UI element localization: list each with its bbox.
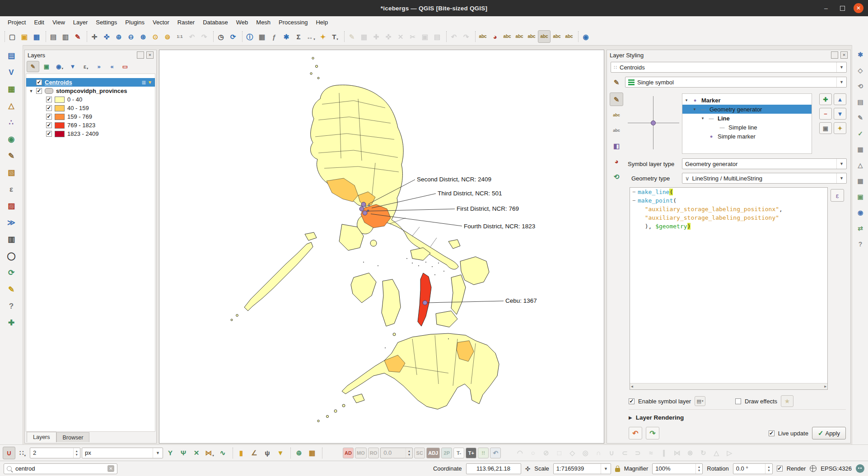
undo-badge[interactable]: ↶ — [490, 448, 501, 458]
labels-tab-icon[interactable]: abc — [610, 109, 623, 121]
search-input[interactable] — [14, 465, 105, 472]
metasearch-icon[interactable]: ◉ ▾ — [580, 31, 592, 42]
geometry-type-combo[interactable]: ∨ LineString / MultiLineString ▼ — [682, 173, 847, 184]
collapse-expander-icon[interactable]: ▼ — [29, 89, 33, 93]
scroll-left-icon[interactable]: ◀ — [631, 384, 633, 388]
expression-builder-button[interactable]: ε — [831, 189, 844, 202]
duplicate-symbol-layer-icon[interactable]: ▣ — [819, 122, 832, 134]
spinner-arrows-icon[interactable]: ▲▼ — [73, 448, 80, 458]
symbol-tree-row[interactable]: ▾ — Line — [682, 114, 812, 123]
rotation-spinner[interactable]: 0.0 ° ▲▼ — [733, 463, 773, 474]
close-panel-icon[interactable]: ✕ — [840, 51, 848, 59]
offset-curve-icon[interactable]: ∥ — [658, 447, 670, 459]
topology-checker-icon[interactable]: ▦ — [854, 143, 866, 155]
identify-features-icon[interactable]: ⓘ ▾ — [244, 31, 256, 42]
field-calculator-icon[interactable]: ƒ ▾ — [268, 31, 280, 42]
coordinate-field[interactable]: 113.96,21.18 — [466, 463, 521, 474]
symbology-tab-icon[interactable]: ✎ — [610, 92, 623, 106]
add-group-icon[interactable]: ▣ ▾ — [41, 61, 52, 72]
t-minus-badge[interactable]: T- — [453, 448, 464, 458]
close-button[interactable]: ✕ — [854, 3, 863, 13]
lock-scale-icon[interactable] — [615, 468, 620, 472]
diagrams-tab-icon[interactable]: ◕ — [610, 155, 623, 167]
tracing-icon[interactable]: ∿ ▾ — [217, 447, 229, 459]
add-part-icon[interactable]: ∪ — [606, 447, 617, 459]
open-layer-styling-panel-icon[interactable]: ✎ ▾ — [27, 61, 39, 72]
menu-item[interactable]: Project — [4, 17, 30, 27]
menu-item[interactable]: Plugins — [121, 17, 149, 27]
maximize-button[interactable] — [837, 3, 847, 13]
callouts-tab-icon[interactable]: abc — [610, 124, 623, 137]
geometry-checker-icon[interactable]: ✓ — [854, 128, 866, 139]
layer-labeling-icon[interactable]: abc ▾ — [477, 31, 489, 42]
menu-item[interactable]: Help — [312, 17, 332, 27]
filter-by-expression-icon[interactable]: ε ▾ — [80, 61, 92, 72]
zoom-overview-icon[interactable]: ⊕ ▾ — [293, 447, 305, 459]
symbol-tree-row[interactable]: ▾ ● Marker — [682, 96, 812, 105]
crs-value[interactable]: EPSG:4326 — [821, 465, 852, 472]
spinner-arrows-icon[interactable]: ▲▼ — [695, 464, 702, 474]
processing-toolbox-icon[interactable]: ✱ — [854, 49, 866, 60]
processing-history-icon[interactable]: ⟲ — [854, 80, 866, 92]
mesh-calculator-icon[interactable]: △ — [854, 159, 866, 171]
legend-class-row[interactable]: 40 - 159 — [26, 104, 155, 112]
symbol-tree-row[interactable]: ▾ — Geometry generator — [682, 105, 812, 114]
measure-line-icon[interactable]: ↔ ▾ — [305, 31, 317, 42]
add-wms-layer-icon[interactable]: ◉ — [5, 132, 18, 146]
style-redo-button[interactable]: ↷ — [646, 427, 659, 439]
legend-class-row[interactable]: 159 - 769 — [26, 112, 155, 121]
pin-labels-icon[interactable]: abc ▾ — [501, 31, 513, 42]
collapse-all-icon[interactable]: « ▾ — [106, 61, 118, 72]
renderer-combo[interactable]: Single symbol ▼ — [625, 77, 847, 88]
add-rectangle-icon[interactable]: □ — [553, 447, 565, 459]
move-symbol-layer-down-icon[interactable]: ▼ — [834, 108, 846, 120]
menu-item[interactable]: Web — [232, 17, 252, 27]
results-viewer-icon[interactable]: ▤ — [854, 96, 866, 108]
reshape-icon[interactable]: ≈ — [645, 447, 657, 459]
construction-guides-icon[interactable]: ∠ ▾ — [248, 447, 260, 459]
edit-in-place-icon[interactable]: ✎ — [854, 112, 866, 124]
snapping-units-combo[interactable]: px ▼ — [82, 448, 163, 458]
zoom-to-selection-icon[interactable]: ⊙ ▾ — [149, 31, 161, 42]
paste-features-icon[interactable]: ▤ ▾ — [431, 31, 443, 42]
vertex-tool-icon[interactable]: ✜ ▾ — [383, 31, 394, 42]
fill-ring-icon[interactable]: ◎ — [579, 447, 591, 459]
trim-extend-icon[interactable]: ▷ — [723, 447, 735, 459]
add-symbol-layer-icon[interactable]: ✚ — [819, 93, 832, 105]
legend-class-row[interactable]: 769 - 1823 — [26, 121, 155, 129]
delete-ring-icon[interactable]: ⊂ — [619, 447, 630, 459]
remove-layer-icon[interactable]: ▭ ▾ — [119, 61, 131, 72]
class-visibility-checkbox[interactable] — [46, 114, 52, 120]
self-snapping-icon[interactable]: ✕ ▾ — [191, 447, 202, 459]
help-contents-icon[interactable]: ? — [854, 238, 866, 250]
layer-visibility-checkbox[interactable] — [36, 88, 42, 94]
draw-effects-checkbox[interactable] — [735, 398, 741, 404]
layer-diagram-icon[interactable]: ◕ ▾ — [489, 31, 501, 42]
snapping-tolerance-spinner[interactable]: 2 ▲▼ — [30, 448, 80, 458]
annotation-pen-icon[interactable]: ✎ — [5, 282, 18, 296]
apply-button[interactable]: ✓ Apply — [812, 427, 846, 439]
refresh-map-icon[interactable]: ⟳ ▾ — [227, 31, 239, 42]
undock-panel-icon[interactable] — [137, 51, 144, 59]
circular-string-icon[interactable]: ◠ — [514, 447, 526, 459]
warning-badge[interactable]: !! — [478, 448, 489, 458]
delete-part-icon[interactable]: ⊃ — [632, 447, 644, 459]
two-point-badge[interactable]: 2P — [441, 448, 452, 458]
menu-item[interactable]: Vector — [149, 17, 173, 27]
zoom-full-icon[interactable]: ⊛ ▾ — [137, 31, 149, 42]
history-tab-icon[interactable]: ⟲ — [610, 170, 623, 183]
menu-item[interactable]: Processing — [275, 17, 312, 27]
menu-item[interactable]: Settings — [92, 17, 121, 27]
move-label-icon[interactable]: abc ▾ — [538, 30, 551, 43]
scale-badge[interactable]: SC — [414, 448, 425, 458]
menu-item[interactable]: View — [48, 17, 69, 27]
clear-search-icon[interactable]: ✕ — [107, 465, 114, 472]
add-vector-layer-icon[interactable]: V — [5, 65, 18, 79]
live-update-checkbox[interactable] — [769, 430, 775, 436]
shape-digitizing-icon[interactable]: ▮ ▾ — [235, 447, 247, 459]
mode-badge[interactable]: MO — [355, 448, 367, 458]
lock-symbol-color-icon[interactable]: ✦ — [834, 122, 846, 134]
sync-icon[interactable]: ⇄ — [854, 222, 866, 234]
redo-icon[interactable]: ↷ ▾ — [460, 31, 472, 42]
expression-editor[interactable]: −make_line(−make_point( "auxiliary_stora… — [630, 187, 828, 390]
